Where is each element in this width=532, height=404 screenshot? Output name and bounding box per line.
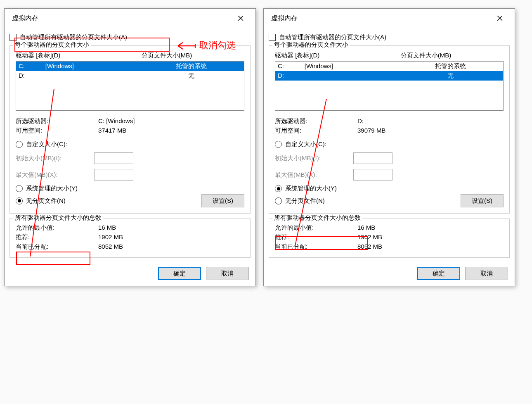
- cur-label: 当前已分配:: [16, 243, 98, 251]
- dialog-title: 虚拟内存: [12, 14, 38, 23]
- min-label: 允许的最小值:: [16, 224, 98, 232]
- drive-size: 无: [400, 72, 501, 80]
- per-drive-fieldset: 每个驱动器的分页文件大小 驱动器 [卷标](D) 分页文件大小(MB) C: […: [9, 45, 251, 214]
- max-size-input: [94, 169, 133, 181]
- selected-drive-value: D:: [357, 117, 364, 125]
- custom-size-radio-row[interactable]: 自定义大小(C):: [16, 139, 244, 150]
- rec-value: 1902 MB: [357, 233, 382, 241]
- drive-row-d[interactable]: D: 无: [275, 71, 503, 81]
- virtual-memory-dialog-left: 虚拟内存 自动管理所有驱动器的分页文件大小(A) 每个驱动器的分页文件大小 驱动…: [4, 8, 256, 286]
- available-space-label: 可用空间:: [16, 127, 98, 135]
- drive-column-header: 驱动器 [卷标](D): [275, 52, 401, 59]
- drive-label: [45, 72, 141, 80]
- ok-button[interactable]: 确定: [417, 267, 460, 280]
- available-space-label: 可用空间:: [275, 127, 357, 135]
- selected-drive-value: C: [Windows]: [98, 117, 135, 125]
- rec-value: 1902 MB: [98, 233, 123, 241]
- custom-size-radio[interactable]: [275, 141, 282, 148]
- drive-list[interactable]: C: [Windows] 托管的系统 D: 无: [275, 61, 504, 111]
- drive-list[interactable]: C: [Windows] 托管的系统 D: 无: [16, 61, 244, 111]
- per-drive-fieldset: 每个驱动器的分页文件大小 驱动器 [卷标](D) 分页文件大小(MB) C: […: [269, 45, 510, 214]
- initial-size-input: [353, 152, 392, 164]
- system-managed-radio[interactable]: [16, 185, 23, 192]
- auto-manage-checkbox[interactable]: [269, 34, 276, 41]
- custom-size-label: 自定义大小(C):: [26, 140, 67, 148]
- drive-letter: C:: [19, 62, 45, 70]
- drive-size: 无: [141, 72, 241, 80]
- rec-label: 推荐:: [275, 233, 357, 241]
- system-managed-radio-row[interactable]: 系统管理的大小(Y): [16, 183, 244, 194]
- totals-fieldset: 所有驱动器分页文件大小的总数 允许的最小值: 16 MB 推荐: 1902 MB…: [269, 219, 510, 258]
- set-button[interactable]: 设置(S): [461, 194, 504, 207]
- no-pagefile-label: 无分页文件(N): [26, 197, 66, 205]
- cancel-button[interactable]: 取消: [465, 267, 508, 280]
- drive-column-header: 驱动器 [卷标](D): [16, 52, 142, 59]
- drive-row-c[interactable]: C: [Windows] 托管的系统: [16, 62, 244, 71]
- totals-fieldset: 所有驱动器分页文件大小的总数 允许的最小值: 16 MB 推荐: 1902 MB…: [9, 219, 251, 258]
- custom-size-label: 自定义大小(C):: [285, 140, 326, 148]
- drive-row-d[interactable]: D: 无: [16, 71, 244, 81]
- drive-label: [Windows]: [45, 62, 141, 70]
- size-column-header: 分页文件大小(MB): [142, 52, 244, 59]
- auto-manage-label: 自动管理所有驱动器的分页文件大小(A): [20, 33, 127, 41]
- no-pagefile-radio-row[interactable]: 无分页文件(N): [16, 195, 66, 207]
- cur-value: 8052 MB: [98, 243, 123, 251]
- per-drive-fieldset-title: 每个驱动器的分页文件大小: [13, 41, 91, 49]
- drive-letter: D:: [19, 72, 45, 80]
- dialog-title: 虚拟内存: [271, 14, 298, 23]
- cur-label: 当前已分配:: [275, 243, 357, 251]
- system-managed-radio[interactable]: [275, 185, 282, 192]
- rec-label: 推荐:: [16, 233, 98, 241]
- custom-size-radio[interactable]: [16, 141, 23, 148]
- max-size-label: 最大值(MB)(X):: [275, 171, 345, 179]
- virtual-memory-dialog-right: 虚拟内存 自动管理所有驱动器的分页文件大小(A) 每个驱动器的分页文件大小 驱动…: [263, 8, 515, 286]
- system-managed-radio-row[interactable]: 系统管理的大小(Y): [275, 183, 504, 194]
- cancel-button[interactable]: 取消: [206, 267, 249, 280]
- min-label: 允许的最小值:: [275, 224, 357, 232]
- drive-row-c[interactable]: C: [Windows] 托管的系统: [275, 62, 503, 71]
- no-pagefile-radio-row[interactable]: 无分页文件(N): [275, 195, 325, 207]
- initial-size-label: 初始大小(MB)(I):: [275, 154, 345, 162]
- drive-label: [Windows]: [305, 62, 400, 70]
- selected-drive-label: 所选驱动器:: [16, 117, 98, 125]
- auto-manage-label: 自动管理所有驱动器的分页文件大小(A): [279, 33, 386, 41]
- min-value: 16 MB: [357, 224, 375, 232]
- system-managed-label: 系统管理的大小(Y): [285, 185, 337, 192]
- available-space-value: 39079 MB: [357, 127, 385, 135]
- initial-size-input: [94, 152, 133, 164]
- titlebar: 虚拟内存: [5, 9, 255, 28]
- no-pagefile-label: 无分页文件(N): [285, 197, 325, 205]
- auto-manage-checkbox[interactable]: [9, 34, 17, 41]
- close-icon[interactable]: [491, 12, 509, 24]
- drive-label: [305, 72, 400, 80]
- min-value: 16 MB: [98, 224, 116, 232]
- ok-button[interactable]: 确定: [158, 267, 201, 280]
- selected-drive-label: 所选驱动器:: [275, 117, 357, 125]
- close-icon[interactable]: [232, 12, 250, 24]
- totals-fieldset-title: 所有驱动器分页文件大小的总数: [13, 214, 103, 222]
- titlebar: 虚拟内存: [264, 9, 515, 28]
- size-column-header: 分页文件大小(MB): [401, 52, 504, 59]
- no-pagefile-radio[interactable]: [275, 197, 282, 204]
- no-pagefile-radio[interactable]: [16, 197, 23, 204]
- system-managed-label: 系统管理的大小(Y): [26, 185, 78, 192]
- available-space-value: 37417 MB: [98, 127, 126, 135]
- drive-size: 托管的系统: [400, 62, 501, 70]
- cur-value: 8052 MB: [357, 243, 382, 251]
- totals-fieldset-title: 所有驱动器分页文件大小的总数: [272, 214, 362, 222]
- custom-size-radio-row[interactable]: 自定义大小(C):: [275, 139, 504, 150]
- max-size-label: 最大值(MB)(X):: [16, 171, 86, 179]
- initial-size-label: 初始大小(MB)(I):: [16, 154, 86, 162]
- drive-size: 托管的系统: [141, 62, 241, 70]
- drive-letter: D:: [278, 72, 305, 80]
- per-drive-fieldset-title: 每个驱动器的分页文件大小: [272, 41, 350, 49]
- max-size-input: [353, 169, 392, 181]
- set-button[interactable]: 设置(S): [201, 194, 244, 207]
- drive-letter: C:: [278, 62, 305, 70]
